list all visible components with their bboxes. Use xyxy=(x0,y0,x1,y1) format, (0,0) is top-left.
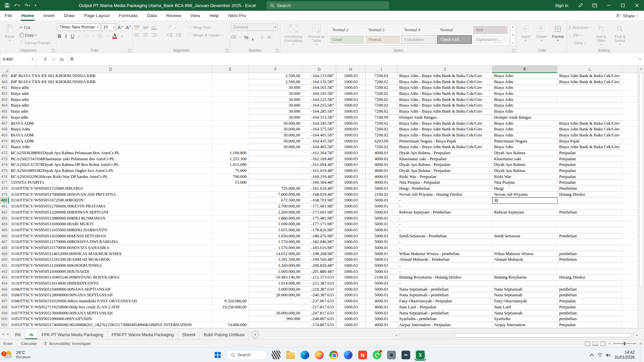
cell[interactable] xyxy=(212,126,249,132)
cell[interactable]: 990.000 xyxy=(249,316,303,322)
row-header-479[interactable]: 479 xyxy=(0,192,9,198)
cell[interactable]: 1000.03 xyxy=(336,126,366,132)
cell[interactable]: 7100.99 xyxy=(366,115,397,121)
cell[interactable] xyxy=(212,79,249,85)
cell[interactable]: 1.690.000,00 xyxy=(249,221,303,227)
scroll-up-icon[interactable]: ▲ xyxy=(638,66,644,72)
cell[interactable]: 3110/FTSCY/WS950511291500.00AHMAD MUBARO… xyxy=(9,257,212,263)
cell[interactable]: 5000.01 xyxy=(366,245,397,251)
customize-qat-icon[interactable]: ▾ xyxy=(35,4,37,7)
number-format-combo[interactable]: General▾ xyxy=(231,23,278,31)
cell[interactable] xyxy=(623,97,638,103)
wrap-text-button[interactable]: Wrap Text xyxy=(187,24,223,31)
cell[interactable]: 7200.02 xyxy=(366,85,397,91)
cell[interactable]: Khasinatuz zaki xyxy=(492,156,557,162)
cell[interactable]: Khasinatuz zaki - Penjualan xyxy=(397,156,492,162)
calculate-indicator[interactable]: Calculate xyxy=(17,340,40,347)
cell[interactable]: -164.345.587 xyxy=(303,121,336,127)
cell[interactable] xyxy=(492,269,557,275)
cell[interactable]: Ridwan Septiyani xyxy=(492,209,557,216)
cell[interactable] xyxy=(212,269,249,275)
cell[interactable]: Diyah Ayu Rahma xyxy=(492,162,557,168)
cell[interactable]: Biaya Adm - Biaya Adm Bank & Buku Cek/Gi… xyxy=(397,144,492,150)
cell[interactable] xyxy=(623,203,638,209)
row-header-482[interactable]: 482 xyxy=(0,209,9,216)
cell[interactable]: BIF BIAYA TXN KE 002 KHOERUNNISA KBB xyxy=(9,79,212,85)
cell[interactable]: -180.476.987 xyxy=(303,233,336,239)
row-header-463[interactable]: 463 xyxy=(0,97,9,103)
cell[interactable]: BCA25021327678Diyah Ayu Rahma DP Box Bol… xyxy=(9,162,212,168)
cell[interactable]: 7200.02 xyxy=(366,91,397,97)
formula-bar-expand-icon[interactable]: ▾ xyxy=(636,53,644,65)
cell[interactable]: Biaya Adm Bank & Buku Cek/Giro xyxy=(557,126,623,132)
cell[interactable]: - xyxy=(397,203,492,209)
cell[interactable] xyxy=(623,85,638,91)
cell[interactable]: Penjualan xyxy=(557,322,623,328)
cell[interactable]: Wikas Makmur Wisesa - pembelian xyxy=(397,251,492,257)
cell[interactable]: 1000.03 xyxy=(336,322,366,328)
vertical-scrollbar[interactable]: ▲ xyxy=(638,66,644,328)
cell[interactable] xyxy=(623,239,638,245)
clear-button[interactable]: Clear▾ xyxy=(569,40,591,46)
cell[interactable]: 30.000 xyxy=(249,97,303,103)
cell[interactable]: 30.000 xyxy=(249,91,303,97)
cell[interactable]: Penjualan xyxy=(557,168,623,174)
cell[interactable]: 5.000.000,00 xyxy=(249,287,303,293)
cell[interactable]: Biaya Adm - Biaya Adm Bank & Buku Cek/Gi… xyxy=(397,103,492,109)
cell[interactable]: Hutang Direksi xyxy=(557,192,623,198)
sheet-tab-sheet4[interactable]: Sheet4 xyxy=(178,330,200,339)
row-header-475[interactable]: 475 xyxy=(0,168,9,174)
cell[interactable]: 4000.01 xyxy=(366,174,397,180)
cell[interactable]: Biaya Adm - Biaya Adm Bank & Buku Cek/Gi… xyxy=(397,121,492,127)
cut-button[interactable]: ✂Cut xyxy=(19,24,50,31)
cell[interactable]: 3110/FTSCY/WS9505110493146.00BINTANG ROS… xyxy=(9,275,212,281)
cell[interactable]: pembelian xyxy=(557,310,623,316)
accounting-format-icon[interactable] xyxy=(231,35,236,40)
cell-style-normal-4[interactable]: Normal 4 xyxy=(401,25,436,34)
cell[interactable] xyxy=(623,144,638,150)
row-header-472[interactable]: 472 xyxy=(0,150,9,156)
cell[interactable]: Biaya Adm Bank & Buku Cek/Giro xyxy=(557,144,623,150)
cell[interactable]: Biaya Adm xyxy=(492,73,557,79)
row-header-476[interactable]: 476 xyxy=(0,174,9,180)
row-header-464[interactable]: 464 xyxy=(0,103,9,109)
cell[interactable]: Biaya Adm xyxy=(9,144,212,150)
find-select-button[interactable]: Find & Select▾ xyxy=(611,22,629,47)
cell[interactable] xyxy=(623,281,638,287)
taskbar-app-edge[interactable] xyxy=(299,349,311,361)
cell[interactable]: 5000.01 xyxy=(366,216,397,222)
cell[interactable]: 3108/FTSCY/WS950515000000.00NANA SEPTIAN… xyxy=(9,287,212,293)
row-header-466[interactable]: 466 xyxy=(0,115,9,121)
cell[interactable]: biaya adm xyxy=(9,109,212,115)
cell[interactable]: Pembelian xyxy=(557,186,623,192)
tab-page-layout[interactable]: Page Layout xyxy=(79,11,114,21)
align-center-icon[interactable] xyxy=(143,33,148,37)
cell[interactable]: Biaya Adm xyxy=(492,79,557,85)
cell[interactable]: Hargi - Pembelian xyxy=(397,186,492,192)
cell[interactable]: 1000.03 xyxy=(336,85,366,91)
cell[interactable]: -174.807.633 xyxy=(303,322,336,328)
row-header-481[interactable]: 481 xyxy=(0,203,9,209)
cell[interactable]: -161.019.487 xyxy=(303,168,336,174)
cell[interactable]: 7200.02 xyxy=(366,73,397,79)
cell[interactable]: Novan Adi Priyatna xyxy=(492,192,557,198)
row-header-485[interactable]: 485 xyxy=(0,227,9,233)
format-cells-button[interactable]: Format▾ xyxy=(550,22,566,47)
cell[interactable]: -201.880.487 xyxy=(303,269,336,275)
grow-font-icon[interactable]: A▲ xyxy=(117,25,123,30)
cell[interactable] xyxy=(623,263,638,269)
cell[interactable]: Biaya Adm xyxy=(492,109,557,115)
wifi-icon[interactable] xyxy=(597,353,603,357)
cell[interactable] xyxy=(623,156,638,162)
cell[interactable]: Nita Puspita xyxy=(492,180,557,186)
cell[interactable]: Penjualan xyxy=(557,174,623,180)
tab-insert[interactable]: Insert xyxy=(39,11,59,21)
cell[interactable] xyxy=(212,233,249,239)
cell[interactable]: -161.094.487 xyxy=(303,162,336,168)
tab-formulas[interactable]: Formulas xyxy=(114,11,142,21)
cell[interactable]: Biaya Adm xyxy=(492,121,557,127)
align-top-icon[interactable] xyxy=(134,26,140,30)
cell[interactable]: 1000.03 xyxy=(336,132,366,138)
cell[interactable]: Penjualan xyxy=(557,304,623,310)
page-break-view-icon[interactable] xyxy=(600,342,605,346)
